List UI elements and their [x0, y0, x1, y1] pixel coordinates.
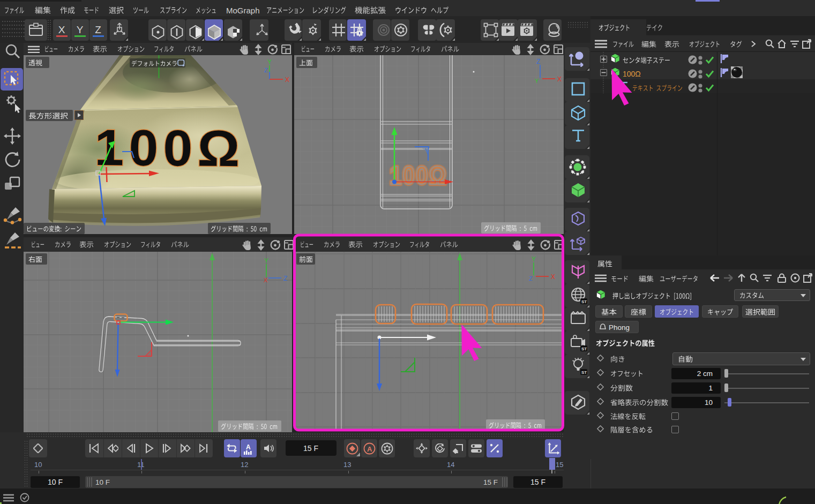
svg-text:Y: Y	[267, 58, 272, 66]
svg-text:Y: Y	[264, 257, 268, 265]
svg-text:Z: Z	[536, 58, 540, 65]
svg-text:X: X	[285, 76, 289, 84]
svg-text:Z: Z	[264, 67, 268, 73]
svg-text:Z: Z	[283, 275, 287, 282]
svg-text:X: X	[557, 76, 562, 83]
svg-text:X: X	[264, 277, 268, 283]
svg-text:Y: Y	[535, 78, 539, 84]
